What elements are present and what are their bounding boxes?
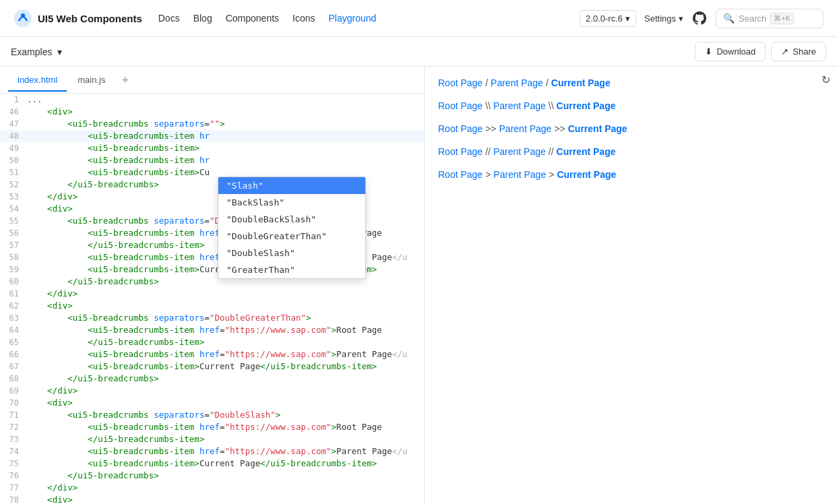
code-line-74: 74 <ui5-breadcrumbs-item href="https://w…: [0, 445, 424, 458]
bc-parent-5[interactable]: Parent Page: [493, 169, 546, 180]
bc-current-2: Current Page: [557, 100, 616, 111]
bc-root-5[interactable]: Root Page: [438, 169, 483, 180]
header-right: 2.0.0-rc.6 ▾ Settings ▾ 🔍 Search ⌘+K: [580, 9, 824, 28]
nav-playground[interactable]: Playground: [329, 13, 377, 24]
breadcrumb-row-double-slash: Root Page // Parent Page // Current Page: [438, 146, 824, 157]
settings-label: Settings: [644, 13, 676, 24]
code-line-1: 1 ...: [0, 94, 424, 106]
code-line-73: 73 </ui5-breadcrumbs-item>: [0, 433, 424, 445]
autocomplete-item-5[interactable]: "GreaterThan": [218, 261, 365, 278]
main-content: index.html main.js + 1 ... 46 <div> 47 <…: [0, 67, 837, 504]
nav-icons[interactable]: Icons: [292, 13, 315, 24]
code-line-50: 50 <ui5-breadcrumbs-item hr: [0, 154, 424, 166]
bc-root-2[interactable]: Root Page: [438, 100, 483, 111]
code-line-78: 78 <div>: [0, 494, 424, 504]
bc-parent-1[interactable]: Parent Page: [491, 77, 543, 88]
svg-point-0: [14, 9, 32, 27]
examples-label: Examples: [11, 46, 52, 57]
breadcrumb-row-double-gt: Root Page >> Parent Page >> Current Page: [438, 123, 824, 134]
code-line-71: 71 <ui5-breadcrumbs separators="DoubleSl…: [0, 409, 424, 421]
autocomplete-item-2[interactable]: "DoubleBackSlash": [218, 211, 365, 228]
code-line-66: 66 <ui5-breadcrumbs-item href="https://w…: [0, 348, 424, 360]
settings-button[interactable]: Settings ▾: [644, 13, 683, 24]
code-line-63: 63 <ui5-breadcrumbs separators="DoubleGr…: [0, 312, 424, 324]
github-icon[interactable]: [691, 10, 708, 26]
examples-chevron-icon: ▾: [57, 46, 62, 57]
tab-main-js[interactable]: main.js: [68, 69, 115, 92]
download-icon: ⬇: [705, 46, 712, 57]
main-nav: Docs Blog Components Icons Playground: [158, 13, 377, 24]
code-line-65: 65 </ui5-breadcrumbs-item>: [0, 336, 424, 348]
tab-bar: index.html main.js +: [0, 67, 424, 94]
toolbar-actions: ⬇ Download ↗ Share: [695, 42, 826, 61]
code-line-46: 46 <div>: [0, 106, 424, 118]
bc-root-4[interactable]: Root Page: [438, 146, 483, 157]
nav-blog[interactable]: Blog: [193, 13, 212, 24]
logo-icon: [13, 9, 32, 28]
breadcrumb-row-slash: Root Page / Parent Page / Current Page: [438, 77, 824, 88]
autocomplete-dropdown[interactable]: "Slash" "BackSlash" "DoubleBackSlash" "D…: [218, 177, 366, 279]
code-line-70: 70 <div>: [0, 397, 424, 409]
breadcrumb-row-gt: Root Page > Parent Page > Current Page: [438, 169, 824, 180]
search-placeholder: Search: [739, 13, 766, 24]
autocomplete-item-0[interactable]: "Slash": [218, 177, 365, 194]
bc-parent-3[interactable]: Parent Page: [499, 123, 552, 134]
download-label: Download: [716, 46, 755, 57]
bc-parent-4[interactable]: Parent Page: [493, 146, 546, 157]
settings-chevron-icon: ▾: [679, 13, 683, 24]
bc-current-4: Current Page: [557, 146, 616, 157]
code-line-72: 72 <ui5-breadcrumbs-item href="https://w…: [0, 421, 424, 433]
share-label: Share: [793, 46, 816, 57]
bc-current-3: Current Page: [568, 123, 627, 134]
logo[interactable]: UI5 Web Components: [13, 9, 142, 28]
code-line-69: 69 </div>: [0, 385, 424, 397]
preview-pane: ↻ Root Page / Parent Page / Current Page…: [425, 67, 837, 504]
code-line-68: 68 </ui5-breadcrumbs>: [0, 373, 424, 385]
code-line-77: 77 </div>: [0, 482, 424, 494]
code-line-64: 64 <ui5-breadcrumbs-item href="https://w…: [0, 324, 424, 336]
code-line-76: 76 </ui5-breadcrumbs>: [0, 470, 424, 482]
header: UI5 Web Components Docs Blog Components …: [0, 0, 837, 37]
refresh-button[interactable]: ↻: [822, 73, 830, 86]
bc-parent-2[interactable]: Parent Page: [493, 100, 546, 111]
code-line-62: 62 <div>: [0, 300, 424, 312]
code-line-75: 75 <ui5-breadcrumbs-item>Current Page</u…: [0, 458, 424, 470]
breadcrumb-row-backslash: Root Page \\ Parent Page \\ Current Page: [438, 100, 824, 111]
version-text: 2.0.0-rc.6: [586, 13, 623, 24]
code-line-67: 67 <ui5-breadcrumbs-item>Current Page</u…: [0, 360, 424, 373]
code-line-47: 47 <ui5-breadcrumbs separators="">: [0, 118, 424, 130]
logo-text: UI5 Web Components: [38, 13, 142, 24]
search-icon: 🔍: [723, 13, 735, 24]
add-tab-button[interactable]: +: [116, 71, 134, 89]
code-line-61: 61 </div>: [0, 288, 424, 300]
editor-pane: index.html main.js + 1 ... 46 <div> 47 <…: [0, 67, 425, 504]
code-line-48: 48 <ui5-breadcrumbs-item hr: [0, 130, 424, 142]
bc-current-5: Current Page: [557, 169, 616, 180]
tab-index-html[interactable]: index.html: [8, 69, 67, 92]
version-chevron-icon: ▾: [625, 13, 630, 24]
bc-root-3[interactable]: Root Page: [438, 123, 483, 134]
code-line-49: 49 <ui5-breadcrumbs-item>: [0, 142, 424, 154]
svg-point-1: [21, 13, 25, 18]
version-dropdown[interactable]: 2.0.0-rc.6 ▾: [580, 10, 636, 27]
bc-root-1[interactable]: Root Page: [438, 77, 483, 88]
search-box[interactable]: 🔍 Search ⌘+K: [716, 9, 824, 28]
download-button[interactable]: ⬇ Download: [695, 42, 766, 61]
autocomplete-item-4[interactable]: "DoubleSlash": [218, 245, 365, 261]
examples-button[interactable]: Examples ▾: [11, 46, 62, 57]
search-shortcut: ⌘+K: [770, 13, 794, 24]
autocomplete-item-3[interactable]: "DoubleGreaterThan": [218, 228, 365, 245]
nav-components[interactable]: Components: [226, 13, 279, 24]
code-editor[interactable]: 1 ... 46 <div> 47 <ui5-breadcrumbs separ…: [0, 94, 424, 504]
share-icon: ↗: [781, 46, 788, 57]
bc-current-1: Current Page: [551, 77, 611, 88]
nav-docs[interactable]: Docs: [158, 13, 180, 24]
toolbar: Examples ▾ ⬇ Download ↗ Share: [0, 37, 837, 67]
autocomplete-item-1[interactable]: "BackSlash": [218, 194, 365, 211]
share-button[interactable]: ↗ Share: [771, 42, 826, 61]
